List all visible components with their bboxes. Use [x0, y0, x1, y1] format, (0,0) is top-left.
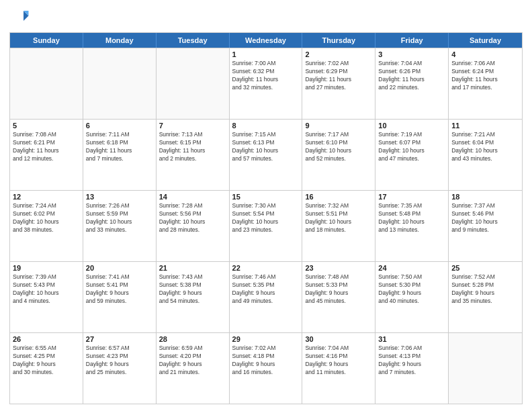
- calendar-row-4: 26Sunrise: 6:55 AM Sunset: 4:25 PM Dayli…: [10, 332, 522, 404]
- calendar-header-row: SundayMondayTuesdayWednesdayThursdayFrid…: [10, 33, 522, 48]
- calendar-cell: 8Sunrise: 7:15 AM Sunset: 6:13 PM Daylig…: [230, 120, 303, 190]
- day-number: 12: [13, 193, 80, 201]
- calendar-cell: 31Sunrise: 7:06 AM Sunset: 4:13 PM Dayli…: [375, 333, 449, 404]
- calendar-cell: [449, 333, 522, 404]
- cell-info: Sunrise: 7:02 AM Sunset: 4:18 PM Dayligh…: [232, 345, 300, 377]
- cell-info: Sunrise: 7:04 AM Sunset: 4:16 PM Dayligh…: [305, 345, 372, 377]
- header-cell-tuesday: Tuesday: [157, 33, 230, 48]
- day-number: 6: [86, 122, 153, 130]
- calendar-row-3: 19Sunrise: 7:39 AM Sunset: 5:43 PM Dayli…: [10, 261, 522, 332]
- day-number: 2: [305, 50, 372, 58]
- calendar-cell: 16Sunrise: 7:32 AM Sunset: 5:51 PM Dayli…: [302, 191, 375, 261]
- day-number: 8: [232, 122, 300, 130]
- calendar-cell: 4Sunrise: 7:06 AM Sunset: 6:24 PM Daylig…: [449, 48, 522, 119]
- day-number: 16: [305, 193, 372, 201]
- cell-info: Sunrise: 7:28 AM Sunset: 5:56 PM Dayligh…: [159, 202, 226, 234]
- day-number: 24: [378, 264, 445, 272]
- calendar-body: 1Sunrise: 7:00 AM Sunset: 6:32 PM Daylig…: [10, 48, 522, 404]
- calendar-cell: 20Sunrise: 7:41 AM Sunset: 5:41 PM Dayli…: [83, 262, 157, 332]
- day-number: 14: [159, 193, 226, 201]
- calendar-cell: 11Sunrise: 7:21 AM Sunset: 6:04 PM Dayli…: [449, 120, 522, 190]
- cell-info: Sunrise: 7:30 AM Sunset: 5:54 PM Dayligh…: [232, 202, 300, 234]
- header-cell-wednesday: Wednesday: [230, 33, 303, 48]
- day-number: 22: [232, 264, 300, 272]
- day-number: 23: [305, 264, 372, 272]
- calendar-cell: 15Sunrise: 7:30 AM Sunset: 5:54 PM Dayli…: [230, 191, 303, 261]
- calendar-cell: 5Sunrise: 7:08 AM Sunset: 6:21 PM Daylig…: [10, 120, 83, 190]
- calendar-cell: 7Sunrise: 7:13 AM Sunset: 6:15 PM Daylig…: [157, 120, 230, 190]
- day-number: 28: [159, 335, 226, 343]
- cell-info: Sunrise: 6:57 AM Sunset: 4:23 PM Dayligh…: [86, 345, 153, 377]
- cell-info: Sunrise: 7:02 AM Sunset: 6:29 PM Dayligh…: [305, 60, 372, 92]
- day-number: 5: [13, 122, 80, 130]
- cell-info: Sunrise: 7:19 AM Sunset: 6:07 PM Dayligh…: [378, 131, 445, 163]
- calendar-cell: 9Sunrise: 7:17 AM Sunset: 6:10 PM Daylig…: [302, 120, 375, 190]
- day-number: 27: [86, 335, 153, 343]
- cell-info: Sunrise: 7:13 AM Sunset: 6:15 PM Dayligh…: [159, 131, 226, 163]
- cell-info: Sunrise: 6:59 AM Sunset: 4:20 PM Dayligh…: [159, 345, 226, 377]
- cell-info: Sunrise: 7:15 AM Sunset: 6:13 PM Dayligh…: [232, 131, 300, 163]
- calendar-cell: 25Sunrise: 7:52 AM Sunset: 5:28 PM Dayli…: [449, 262, 522, 332]
- day-number: 31: [378, 335, 445, 343]
- calendar-cell: 26Sunrise: 6:55 AM Sunset: 4:25 PM Dayli…: [10, 333, 83, 404]
- header-cell-sunday: Sunday: [10, 33, 83, 48]
- calendar-cell: 12Sunrise: 7:24 AM Sunset: 6:02 PM Dayli…: [10, 191, 83, 261]
- day-number: 21: [159, 264, 226, 272]
- calendar-cell: 17Sunrise: 7:35 AM Sunset: 5:48 PM Dayli…: [375, 191, 449, 261]
- calendar-row-2: 12Sunrise: 7:24 AM Sunset: 6:02 PM Dayli…: [10, 190, 522, 261]
- calendar-cell: 28Sunrise: 6:59 AM Sunset: 4:20 PM Dayli…: [157, 333, 230, 404]
- cell-info: Sunrise: 7:39 AM Sunset: 5:43 PM Dayligh…: [13, 273, 80, 306]
- day-number: 3: [378, 50, 445, 58]
- day-number: 18: [451, 193, 519, 201]
- day-number: 30: [305, 335, 372, 343]
- cell-info: Sunrise: 7:08 AM Sunset: 6:21 PM Dayligh…: [13, 131, 80, 163]
- calendar-cell: 24Sunrise: 7:50 AM Sunset: 5:30 PM Dayli…: [375, 262, 449, 332]
- cell-info: Sunrise: 7:48 AM Sunset: 5:33 PM Dayligh…: [305, 273, 372, 306]
- calendar-cell: [157, 48, 230, 119]
- cell-info: Sunrise: 7:11 AM Sunset: 6:18 PM Dayligh…: [86, 131, 153, 163]
- day-number: 15: [232, 193, 300, 201]
- header-cell-thursday: Thursday: [302, 33, 375, 48]
- cell-info: Sunrise: 7:43 AM Sunset: 5:38 PM Dayligh…: [159, 273, 226, 306]
- calendar-cell: 3Sunrise: 7:04 AM Sunset: 6:26 PM Daylig…: [375, 48, 449, 119]
- calendar-cell: 14Sunrise: 7:28 AM Sunset: 5:56 PM Dayli…: [157, 191, 230, 261]
- cell-info: Sunrise: 7:32 AM Sunset: 5:51 PM Dayligh…: [305, 202, 372, 234]
- calendar-cell: 13Sunrise: 7:26 AM Sunset: 5:59 PM Dayli…: [83, 191, 157, 261]
- calendar-cell: 19Sunrise: 7:39 AM Sunset: 5:43 PM Dayli…: [10, 262, 83, 332]
- calendar-cell: [83, 48, 157, 119]
- cell-info: Sunrise: 7:50 AM Sunset: 5:30 PM Dayligh…: [378, 273, 445, 306]
- calendar-cell: 21Sunrise: 7:43 AM Sunset: 5:38 PM Dayli…: [157, 262, 230, 332]
- logo-icon: [9, 7, 30, 27]
- cell-info: Sunrise: 7:21 AM Sunset: 6:04 PM Dayligh…: [451, 131, 519, 163]
- calendar-cell: 18Sunrise: 7:37 AM Sunset: 5:46 PM Dayli…: [449, 191, 522, 261]
- day-number: 25: [451, 264, 519, 272]
- day-number: 26: [13, 335, 80, 343]
- day-number: 20: [86, 264, 153, 272]
- calendar-row-1: 5Sunrise: 7:08 AM Sunset: 6:21 PM Daylig…: [10, 119, 522, 190]
- day-number: 4: [451, 50, 519, 58]
- calendar-cell: [10, 48, 83, 119]
- day-number: 29: [232, 335, 300, 343]
- day-number: 17: [378, 193, 445, 201]
- day-number: 11: [451, 122, 519, 130]
- calendar-cell: 23Sunrise: 7:48 AM Sunset: 5:33 PM Dayli…: [302, 262, 375, 332]
- calendar-cell: 22Sunrise: 7:46 AM Sunset: 5:35 PM Dayli…: [230, 262, 303, 332]
- cell-info: Sunrise: 7:52 AM Sunset: 5:28 PM Dayligh…: [451, 273, 519, 306]
- calendar-row-0: 1Sunrise: 7:00 AM Sunset: 6:32 PM Daylig…: [10, 48, 522, 119]
- cell-info: Sunrise: 7:06 AM Sunset: 4:13 PM Dayligh…: [378, 345, 445, 377]
- calendar-cell: 30Sunrise: 7:04 AM Sunset: 4:16 PM Dayli…: [302, 333, 375, 404]
- calendar-cell: 2Sunrise: 7:02 AM Sunset: 6:29 PM Daylig…: [302, 48, 375, 119]
- calendar: SundayMondayTuesdayWednesdayThursdayFrid…: [9, 32, 523, 404]
- day-number: 1: [232, 50, 300, 58]
- day-number: 19: [13, 264, 80, 272]
- day-number: 10: [378, 122, 445, 130]
- day-number: 9: [305, 122, 372, 130]
- cell-info: Sunrise: 6:55 AM Sunset: 4:25 PM Dayligh…: [13, 345, 80, 377]
- cell-info: Sunrise: 7:06 AM Sunset: 6:24 PM Dayligh…: [451, 60, 519, 92]
- calendar-cell: 29Sunrise: 7:02 AM Sunset: 4:18 PM Dayli…: [230, 333, 303, 404]
- page-container: SundayMondayTuesdayWednesdayThursdayFrid…: [0, 0, 532, 411]
- day-number: 7: [159, 122, 226, 130]
- calendar-cell: 6Sunrise: 7:11 AM Sunset: 6:18 PM Daylig…: [83, 120, 157, 190]
- calendar-cell: 10Sunrise: 7:19 AM Sunset: 6:07 PM Dayli…: [375, 120, 449, 190]
- header: [9, 7, 523, 27]
